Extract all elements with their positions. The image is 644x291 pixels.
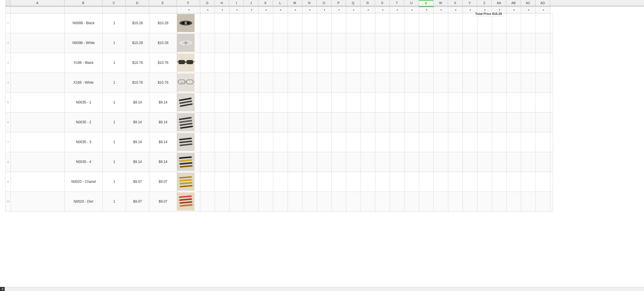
empty-cell[interactable] (273, 152, 288, 172)
col-header-u[interactable]: U (404, 0, 419, 6)
empty-cell[interactable] (390, 92, 405, 112)
empty-cell[interactable] (434, 152, 448, 172)
empty-cell[interactable] (477, 53, 492, 73)
empty-cell[interactable] (448, 13, 463, 33)
empty-cell[interactable] (375, 112, 390, 132)
empty-cell[interactable] (492, 73, 507, 92)
empty-cell[interactable] (332, 92, 346, 112)
col-quantity-header[interactable] (103, 7, 126, 13)
col-header-p[interactable]: P (331, 0, 346, 6)
empty-cell[interactable] (332, 112, 346, 132)
col-n-header[interactable]: ▼ (302, 7, 317, 13)
empty-cell[interactable] (302, 92, 317, 112)
total-cell[interactable]: $10.76 (149, 53, 177, 73)
empty-cell[interactable] (448, 132, 463, 152)
empty-cell[interactable] (244, 172, 259, 192)
col-h-header[interactable]: ▼ (215, 7, 230, 13)
empty-cell[interactable] (419, 53, 434, 73)
questions-cell[interactable] (11, 132, 65, 152)
col-header-ab[interactable]: AB (506, 0, 521, 6)
empty-cell[interactable] (332, 172, 346, 192)
empty-cell[interactable] (215, 172, 230, 192)
empty-cell[interactable] (375, 152, 390, 172)
empty-cell[interactable] (507, 53, 521, 73)
empty-cell[interactable] (259, 13, 273, 33)
empty-cell[interactable] (492, 33, 507, 53)
empty-cell[interactable] (200, 73, 215, 92)
empty-cell[interactable] (463, 132, 477, 152)
empty-cell[interactable] (332, 132, 346, 152)
empty-cell[interactable] (346, 132, 361, 152)
empty-cell[interactable] (302, 73, 317, 92)
empty-cell[interactable] (448, 92, 463, 112)
empty-cell[interactable] (259, 73, 273, 92)
empty-cell[interactable] (346, 112, 361, 132)
empty-cell[interactable] (419, 172, 434, 192)
quantity-cell[interactable]: 1 (103, 13, 126, 33)
empty-cell[interactable] (521, 33, 536, 53)
empty-cell[interactable] (521, 172, 536, 192)
quantity-cell[interactable]: 1 (103, 53, 126, 73)
empty-cell[interactable] (448, 172, 463, 192)
empty-cell[interactable] (259, 33, 273, 53)
empty-cell[interactable] (375, 73, 390, 92)
empty-cell[interactable] (405, 192, 419, 211)
empty-cell[interactable] (288, 172, 302, 192)
empty-cell[interactable] (230, 73, 244, 92)
col-j-header[interactable]: ▼ (244, 7, 259, 13)
empty-cell[interactable] (259, 53, 273, 73)
empty-cell[interactable] (230, 152, 244, 172)
empty-cell[interactable] (375, 53, 390, 73)
empty-cell[interactable] (200, 152, 215, 172)
empty-cell[interactable] (317, 73, 332, 92)
number-cell[interactable]: X166 - White (65, 73, 103, 92)
empty-cell[interactable] (536, 132, 550, 152)
col-q-header[interactable]: ▼ (346, 7, 361, 13)
empty-cell[interactable] (521, 92, 536, 112)
quantity-cell[interactable]: 1 (103, 112, 126, 132)
empty-cell[interactable] (200, 92, 215, 112)
empty-cell[interactable] (536, 53, 550, 73)
empty-cell[interactable] (215, 112, 230, 132)
empty-cell[interactable] (390, 33, 405, 53)
empty-cell[interactable] (405, 132, 419, 152)
col-header-j[interactable]: J (244, 0, 258, 6)
empty-cell[interactable] (405, 172, 419, 192)
total-cell[interactable]: $9.14 (149, 92, 177, 112)
empty-cell[interactable] (492, 53, 507, 73)
empty-cell[interactable] (434, 53, 448, 73)
empty-cell[interactable] (492, 112, 507, 132)
col-header-h[interactable]: H (215, 0, 229, 6)
empty-cell[interactable] (215, 53, 230, 73)
empty-cell[interactable] (361, 13, 375, 33)
quantity-cell[interactable]: 1 (103, 192, 126, 211)
empty-cell[interactable] (463, 172, 477, 192)
empty-cell[interactable] (390, 132, 405, 152)
empty-cell[interactable] (361, 192, 375, 211)
price-cell[interactable]: $9.14 (126, 132, 149, 152)
empty-cell[interactable] (521, 13, 536, 33)
empty-cell[interactable] (521, 192, 536, 211)
empty-cell[interactable] (215, 192, 230, 211)
empty-cell[interactable] (448, 112, 463, 132)
empty-cell[interactable] (375, 13, 390, 33)
col-ad-header[interactable]: ▼ (536, 7, 550, 13)
empty-cell[interactable] (215, 13, 230, 33)
total-cell[interactable]: $10.28 (149, 33, 177, 53)
empty-cell[interactable] (550, 152, 553, 172)
col-header-l[interactable]: L (273, 0, 288, 6)
empty-cell[interactable] (375, 172, 390, 192)
empty-cell[interactable] (405, 73, 419, 92)
empty-cell[interactable] (463, 112, 477, 132)
empty-cell[interactable] (361, 73, 375, 92)
empty-cell[interactable] (230, 13, 244, 33)
empty-cell[interactable] (507, 132, 521, 152)
total-cell[interactable]: $9.14 (149, 132, 177, 152)
empty-cell[interactable] (390, 172, 405, 192)
empty-cell[interactable] (302, 172, 317, 192)
col-u-header[interactable]: ▼ (405, 7, 419, 13)
empty-cell[interactable] (273, 132, 288, 152)
col-r-header[interactable]: ▼ (361, 7, 375, 13)
empty-cell[interactable] (259, 132, 273, 152)
empty-cell[interactable] (550, 132, 553, 152)
